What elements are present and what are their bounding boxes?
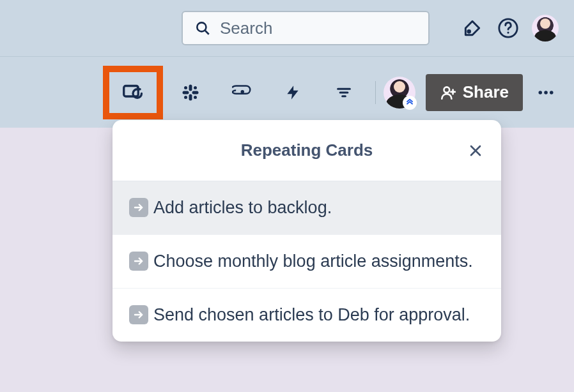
svg-point-12 bbox=[184, 96, 187, 99]
svg-point-22 bbox=[544, 91, 548, 94]
share-button[interactable]: Share bbox=[426, 74, 523, 111]
svg-point-13 bbox=[194, 96, 197, 99]
ellipsis-icon bbox=[536, 83, 555, 102]
admin-badge-icon bbox=[403, 96, 417, 110]
svg-rect-8 bbox=[182, 91, 189, 94]
member-avatar[interactable] bbox=[384, 77, 415, 109]
dropdown-title: Repeating Cards bbox=[241, 140, 373, 160]
dropdown-item[interactable]: Add articles to backlog. bbox=[112, 181, 501, 234]
card-repeater-button[interactable] bbox=[109, 72, 157, 113]
highlighted-button bbox=[103, 66, 163, 119]
svg-point-21 bbox=[539, 91, 543, 94]
svg-point-4 bbox=[507, 32, 509, 34]
dropdown-item-label: Add articles to backlog. bbox=[153, 195, 332, 220]
svg-point-0 bbox=[197, 22, 206, 31]
search-box[interactable] bbox=[182, 11, 430, 45]
board-toolbar: Share bbox=[0, 56, 574, 128]
svg-point-14 bbox=[241, 91, 243, 93]
svg-point-18 bbox=[444, 87, 449, 93]
arrow-right-icon bbox=[129, 252, 148, 271]
svg-rect-6 bbox=[189, 84, 192, 91]
svg-point-10 bbox=[184, 86, 187, 89]
svg-rect-9 bbox=[192, 91, 198, 94]
automation-button[interactable] bbox=[269, 69, 316, 116]
close-button[interactable] bbox=[463, 138, 488, 163]
search-input[interactable] bbox=[220, 19, 417, 38]
arrow-right-icon bbox=[129, 198, 148, 217]
svg-rect-7 bbox=[189, 94, 192, 100]
svg-point-11 bbox=[194, 86, 197, 89]
svg-line-1 bbox=[205, 31, 209, 34]
close-icon bbox=[468, 143, 483, 158]
more-menu-button[interactable] bbox=[531, 77, 561, 108]
dropdown-item-label: Send chosen articles to Deb for approval… bbox=[153, 303, 470, 328]
arrow-right-icon bbox=[129, 305, 148, 324]
rocket-button[interactable] bbox=[218, 69, 265, 116]
svg-point-23 bbox=[550, 91, 554, 94]
toolbar-divider bbox=[375, 81, 376, 104]
dropdown-item[interactable]: Choose monthly blog article assignments. bbox=[112, 234, 501, 288]
share-label: Share bbox=[463, 82, 509, 102]
account-avatar[interactable] bbox=[532, 15, 559, 41]
repeating-cards-dropdown: Repeating Cards Add articles to backlog.… bbox=[112, 120, 501, 342]
dropdown-header: Repeating Cards bbox=[112, 120, 501, 181]
dropdown-item[interactable]: Send chosen articles to Deb for approval… bbox=[112, 288, 501, 342]
help-icon[interactable] bbox=[496, 16, 520, 40]
slack-button[interactable] bbox=[167, 69, 214, 116]
tag-icon[interactable] bbox=[460, 16, 485, 40]
svg-rect-5 bbox=[123, 86, 138, 96]
svg-point-2 bbox=[468, 30, 470, 33]
global-top-bar bbox=[0, 0, 574, 56]
add-user-icon bbox=[440, 84, 456, 101]
filter-button[interactable] bbox=[320, 69, 368, 116]
dropdown-item-label: Choose monthly blog article assignments. bbox=[153, 249, 473, 274]
search-icon bbox=[194, 20, 211, 36]
